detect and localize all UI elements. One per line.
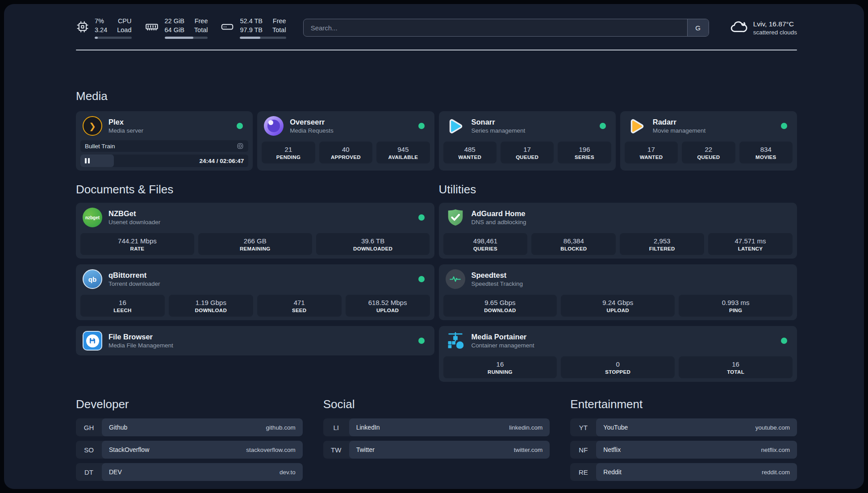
social-section-title: Social: [323, 397, 550, 411]
cloud-icon: [729, 18, 747, 37]
nzbget-card[interactable]: nzbget NZBGet Usenet downloader 744.21 M…: [76, 203, 434, 259]
stat-available: 945 AVAILABLE: [376, 142, 430, 163]
stat-pending: 21 PENDING: [262, 142, 315, 163]
disk-free-value: 52.4 TB: [240, 17, 263, 25]
bookmark-twitter[interactable]: TW Twitter twitter.com: [323, 441, 550, 459]
entertainment-column: Entertainment YT YouTube youtube.com NF …: [570, 397, 797, 481]
stat-latency: 47.571 ms LATENCY: [708, 233, 793, 255]
bookmark-github[interactable]: GH Github github.com: [76, 418, 303, 436]
sonarr-icon: [445, 116, 466, 136]
cpu-usage-value: 7%: [95, 17, 107, 25]
developer-section-title: Developer: [76, 397, 303, 411]
memory-icon: [144, 20, 159, 35]
bookmark-name: StackOverflow: [109, 446, 149, 453]
documents-section-title: Documents & Files: [76, 182, 434, 196]
filebrowser-card[interactable]: File Browser Media File Management: [76, 326, 434, 355]
stat-stopped: 0 STOPPED: [561, 356, 675, 378]
status-dot: [781, 123, 787, 129]
cpu-load-label: Load: [117, 25, 131, 34]
service-name: Radarr: [653, 118, 706, 126]
service-desc: Series management: [472, 127, 526, 134]
radarr-card[interactable]: Radarr Movie management 17 WANTED 22 QUE…: [620, 111, 797, 171]
stat-total: 16 TOTAL: [679, 356, 793, 378]
stat-downloaded: 39.6 TB DOWNLOADED: [316, 233, 430, 255]
nzbget-icon: nzbget: [82, 207, 103, 228]
header-divider: [76, 50, 797, 50]
bookmark-abbr: TW: [323, 441, 349, 459]
service-desc: Media server: [108, 127, 143, 134]
memory-progress-bar: [165, 37, 208, 39]
status-dot: [418, 276, 425, 282]
weather-condition: scattered clouds: [753, 29, 797, 36]
bookmark-url: reddit.com: [762, 469, 790, 476]
bookmark-netflix[interactable]: NF Netflix netflix.com: [570, 441, 797, 459]
stat-series: 196 SERIES: [558, 142, 611, 163]
search-box: G: [303, 19, 709, 37]
bookmark-youtube[interactable]: YT YouTube youtube.com: [570, 418, 797, 436]
media-grid: ❯ Plex Media server Bullet Train: [76, 111, 797, 171]
service-desc: Usenet downloader: [108, 219, 160, 226]
sonarr-card[interactable]: Sonarr Series management 485 WANTED 17 Q…: [439, 111, 616, 171]
overseerr-card[interactable]: Overseerr Media Requests 21 PENDING 40 A…: [257, 111, 434, 171]
qbittorrent-card[interactable]: qb qBittorrent Torrent downloader 16: [76, 264, 434, 320]
now-playing-time: 24:44 / 02:06:47: [199, 158, 244, 164]
stat-queries: 498,461 QUERIES: [443, 233, 528, 255]
service-name: Overseerr: [290, 118, 334, 126]
social-column: Social LI LinkedIn linkedin.com TW Twitt…: [323, 397, 550, 481]
dashboard-panel: 7% 3.24 CPU Load: [4, 4, 864, 489]
now-playing-title-bar: Bullet Train: [80, 140, 248, 152]
stat-queued: 22 QUEUED: [682, 142, 735, 163]
service-name: Sonarr: [472, 118, 526, 126]
media-section-title: Media: [76, 89, 797, 103]
stat-remaining: 266 GB REMAINING: [198, 233, 312, 255]
adguard-card[interactable]: AdGuard Home DNS and adblocking 498,461 …: [439, 203, 797, 259]
weather-location-temp: Lviv, 16.87°C: [753, 20, 797, 28]
utilities-column: Utilities: [439, 182, 797, 382]
bookmark-linkedin[interactable]: LI LinkedIn linkedin.com: [323, 418, 550, 436]
bookmark-url: dev.to: [280, 469, 296, 476]
status-dot: [418, 214, 425, 221]
search-engine-button[interactable]: G: [687, 19, 709, 36]
bookmark-name: YouTube: [603, 424, 628, 431]
system-stats: 7% 3.24 CPU Load: [76, 17, 286, 39]
bookmark-abbr: GH: [76, 418, 102, 436]
speedtest-icon: [445, 269, 466, 289]
bookmark-name: Github: [109, 424, 127, 431]
bookmark-abbr: LI: [323, 418, 349, 436]
bookmark-name: LinkedIn: [356, 424, 380, 431]
service-name: AdGuard Home: [472, 209, 526, 218]
speedtest-card[interactable]: Speedtest Speedtest Tracking 9.65 Gbps D…: [439, 264, 797, 320]
portainer-card[interactable]: Media Portainer Container management 16 …: [439, 326, 797, 382]
stat-download: 9.65 Gbps DOWNLOAD: [443, 295, 557, 317]
portainer-icon: [445, 330, 466, 351]
bookmark-reddit[interactable]: RE Reddit reddit.com: [570, 463, 797, 481]
plex-card[interactable]: ❯ Plex Media server Bullet Train: [76, 111, 253, 171]
stat-running: 16 RUNNING: [443, 356, 557, 378]
stat-upload: 618.52 Mbps UPLOAD: [346, 295, 430, 317]
bookmark-dev[interactable]: DT DEV dev.to: [76, 463, 303, 481]
now-playing-title: Bullet Train: [85, 143, 115, 150]
now-playing-progress-bar[interactable]: 24:44 / 02:06:47: [80, 155, 248, 167]
bookmark-url: netflix.com: [761, 447, 790, 453]
disk-total-value: 97.9 TB: [240, 25, 263, 34]
service-name: Speedtest: [472, 271, 523, 280]
stat-queued: 17 QUEUED: [501, 142, 554, 163]
bookmark-stackoverflow[interactable]: SO StackOverflow stackoverflow.com: [76, 441, 303, 459]
utilities-section-title: Utilities: [439, 182, 797, 196]
overseerr-icon: [263, 116, 284, 136]
bookmark-abbr: RE: [570, 463, 596, 481]
bookmark-name: Twitter: [356, 446, 375, 453]
status-dot: [418, 338, 425, 344]
pause-icon[interactable]: [85, 158, 90, 163]
bookmark-url: youtube.com: [755, 424, 790, 431]
entertainment-section-title: Entertainment: [570, 397, 797, 411]
bookmark-url: stackoverflow.com: [246, 447, 295, 453]
service-desc: Media File Management: [108, 342, 173, 349]
disk-stat: 52.4 TB 97.9 TB Free Total: [220, 17, 286, 39]
bookmark-name: Netflix: [603, 446, 621, 453]
disk-icon: [220, 20, 234, 35]
search-input[interactable]: [304, 24, 687, 32]
cpu-stat: 7% 3.24 CPU Load: [76, 17, 132, 39]
cpu-progress-bar: [95, 37, 132, 39]
memory-total-label: Total: [194, 25, 208, 34]
